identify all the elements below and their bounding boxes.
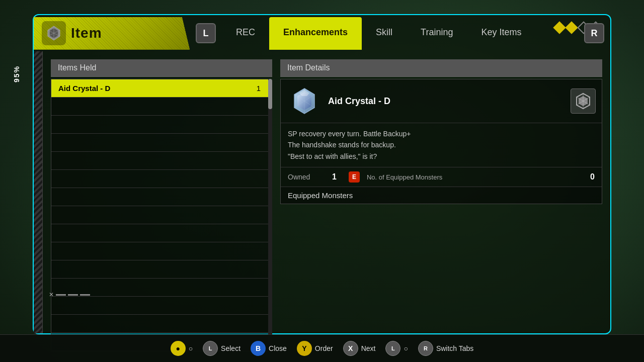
main-container: 95% Item L <box>33 14 611 334</box>
left-stripe-decoration <box>34 51 43 333</box>
item-details-header: Item Details <box>280 59 602 77</box>
equipped-monsters-header: Equipped Monsters <box>281 187 602 204</box>
item-crystal-image <box>287 83 322 119</box>
equipped-label: No. of Equipped Monsters <box>367 173 586 181</box>
items-list: Aid Crystal - D 1 <box>51 79 272 351</box>
items-held-header: Items Held <box>51 59 272 77</box>
table-row[interactable] <box>51 315 272 333</box>
table-row[interactable] <box>51 170 272 188</box>
bottom-left-icons: ✕ <box>49 291 90 298</box>
l-switch-button[interactable]: L <box>385 341 400 356</box>
percent-indicator: 95% <box>13 65 21 82</box>
items-list-container: Aid Crystal - D 1 <box>51 79 272 351</box>
table-row[interactable] <box>51 188 272 206</box>
table-row[interactable] <box>51 224 272 242</box>
desc-line-2: The handshake stands for backup. <box>288 139 595 150</box>
nav-tabs: REC Enhancements Skill Training Key Item… <box>222 15 578 51</box>
owned-value: 1 <box>332 172 337 182</box>
x-button[interactable]: X <box>343 341 358 356</box>
bottom-toolbar: ● ○ L Select B Close Y Order X Next L ○ … <box>0 334 644 362</box>
toolbar-item-close: B Close <box>251 341 287 356</box>
tab-skill[interactable]: Skill <box>362 17 407 50</box>
item-row-name: Aid Crystal - D <box>58 84 257 93</box>
l-divider: ○ <box>404 344 408 352</box>
switch-tabs-label: Switch Tabs <box>436 344 473 352</box>
scroll-track[interactable] <box>268 79 272 351</box>
header: Item L REC Enhancements Skill Training K… <box>34 15 610 51</box>
toolbar-item-switch-tabs: R Switch Tabs <box>418 341 473 356</box>
r-button[interactable]: R <box>584 23 604 43</box>
equipped-value: 0 <box>590 172 595 182</box>
table-row[interactable] <box>51 98 272 116</box>
select-label: Select <box>221 344 240 352</box>
table-row[interactable] <box>51 260 272 279</box>
l-select-button[interactable]: L <box>203 341 218 356</box>
table-row[interactable] <box>51 116 272 134</box>
toolbar-item-ls: ● ○ <box>171 341 193 356</box>
item-info-row: Aid Crystal - D <box>281 79 602 123</box>
item-title: Item <box>71 25 102 41</box>
scroll-thumb[interactable] <box>268 79 272 109</box>
toolbar-item-l: L ○ <box>385 341 408 356</box>
r-button-toolbar[interactable]: R <box>418 341 433 356</box>
order-label: Order <box>315 344 333 352</box>
tab-training[interactable]: Training <box>407 17 467 50</box>
small-bar-2 <box>68 294 78 296</box>
ls-button[interactable]: ● <box>171 341 186 356</box>
table-row[interactable] <box>51 152 272 170</box>
bl-icon-row: ✕ <box>49 291 90 298</box>
l-button[interactable]: L <box>196 23 216 43</box>
item-detail-name: Aid Crystal - D <box>328 93 565 110</box>
close-label: Close <box>269 344 287 352</box>
tab-key-items[interactable]: Key Items <box>467 17 535 50</box>
item-name-section: Aid Crystal - D <box>328 93 565 110</box>
table-row[interactable] <box>51 242 272 260</box>
item-stats-row: Owned 1 E No. of Equipped Monsters 0 <box>281 167 602 187</box>
e-badge: E <box>349 171 360 183</box>
owned-label: Owned <box>288 173 328 181</box>
details-content: Aid Crystal - D <box>280 79 602 204</box>
tab-rec[interactable]: REC <box>222 17 269 50</box>
y-button[interactable]: Y <box>297 341 312 356</box>
ls-label: ○ <box>189 344 193 352</box>
toolbar-item-next: X Next <box>343 341 376 356</box>
b-button[interactable]: B <box>251 341 266 356</box>
toolbar-item-order: Y Order <box>297 341 333 356</box>
table-row[interactable]: Aid Crystal - D 1 <box>51 79 272 98</box>
tab-enhancements[interactable]: Enhancements <box>269 17 362 50</box>
item-icon <box>42 21 66 45</box>
next-label: Next <box>361 344 376 352</box>
desc-line-3: "Best to act with allies," is it? <box>288 151 595 162</box>
item-banner: Item <box>34 17 190 50</box>
item-description: SP recovery every turn. Battle Backup+ T… <box>281 123 602 167</box>
item-type-icon <box>571 88 596 114</box>
content-area: Items Held Aid Crystal - D 1 <box>43 51 610 333</box>
table-row[interactable] <box>51 134 272 152</box>
small-bar-1 <box>56 294 66 296</box>
item-row-count: 1 <box>257 84 261 93</box>
small-bar-3 <box>80 294 90 296</box>
table-row[interactable] <box>51 297 272 315</box>
toolbar-item-select: L Select <box>203 341 240 356</box>
desc-line-1: SP recovery every turn. Battle Backup+ <box>288 128 595 139</box>
small-x-icon: ✕ <box>49 291 54 298</box>
table-row[interactable] <box>51 206 272 224</box>
items-panel: Items Held Aid Crystal - D 1 <box>51 59 272 325</box>
details-panel: Item Details <box>280 59 602 325</box>
